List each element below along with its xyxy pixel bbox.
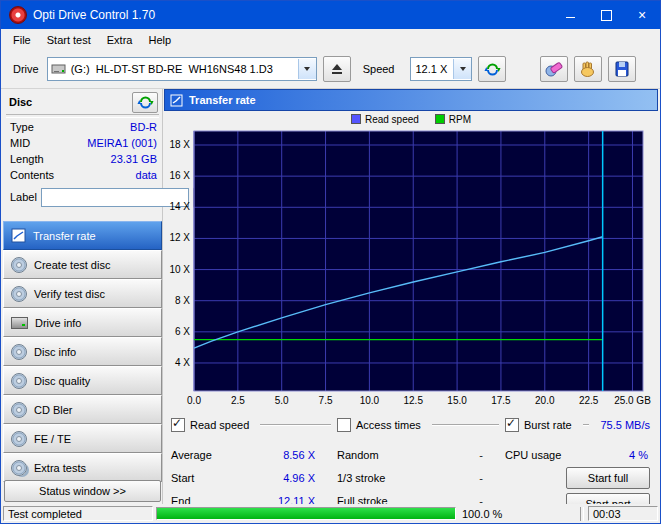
maximize-button[interactable] xyxy=(588,1,624,29)
sidebar-item-transfer-rate[interactable]: Transfer rate xyxy=(3,221,162,250)
result-controls: Read speed Access times Burst rate 75.5 … xyxy=(164,411,658,515)
drive-select[interactable]: (G:) HL-DT-ST BD-RE WH16NS48 1.D3 xyxy=(47,57,317,81)
field-value: BD-R xyxy=(130,121,157,133)
field-value: 23.31 GB xyxy=(111,153,157,165)
disc-quality-icon xyxy=(11,373,27,389)
svg-text:10.0: 10.0 xyxy=(360,395,380,406)
progress-percent: 100.0 % xyxy=(462,508,502,520)
disc-field-contents: Contents data xyxy=(3,167,162,183)
access-times-checkbox[interactable] xyxy=(337,418,351,432)
burst-rate-group: Burst rate 75.5 MB/s xyxy=(505,418,654,432)
disc-field-mid: MID MEIRA1 (001) xyxy=(3,135,162,151)
separator-line xyxy=(580,507,584,521)
drive-info-icon xyxy=(11,317,28,329)
speed-dropdown-button[interactable] xyxy=(453,59,471,79)
status-window-button[interactable]: Status window >> xyxy=(4,480,161,502)
disc-field-type: Type BD-R xyxy=(3,119,162,135)
sidebar-item-disc-quality[interactable]: Disc quality xyxy=(3,366,162,395)
menu-file[interactable]: File xyxy=(5,32,39,48)
elapsed-time-cell: 00:03 xyxy=(588,506,658,521)
disc-panel-header: Disc xyxy=(3,89,162,113)
svg-text:12 X: 12 X xyxy=(169,232,190,243)
refresh-speeds-button[interactable] xyxy=(478,56,506,82)
statusbar: Test completed 100.0 % 00:03 xyxy=(1,504,660,523)
checkbox-label: Read speed xyxy=(190,419,249,431)
status-window-label: Status window >> xyxy=(39,485,126,497)
status-message-cell: Test completed xyxy=(3,506,153,521)
svg-text:4 X: 4 X xyxy=(175,357,190,368)
stat-start: Start 4.96 X xyxy=(171,466,337,489)
svg-text:18 X: 18 X xyxy=(169,139,190,150)
menu-extra[interactable]: Extra xyxy=(99,32,141,48)
toolbar-icon-group xyxy=(534,56,636,82)
start-full-button[interactable]: Start full xyxy=(566,467,650,489)
disc-field-length: Length 23.31 GB xyxy=(3,151,162,167)
minimize-button[interactable] xyxy=(552,1,588,29)
maximize-icon xyxy=(601,10,612,21)
verify-test-disc-icon xyxy=(11,286,27,302)
stat-label: CPU usage xyxy=(505,449,629,461)
speed-value: 12.1 X xyxy=(411,63,451,75)
app-disc-icon xyxy=(9,6,27,24)
sidebar-item-fe-te[interactable]: FE / TE xyxy=(3,424,162,453)
separator-line xyxy=(6,114,159,118)
status-message: Test completed xyxy=(8,508,82,520)
chevron-down-icon xyxy=(460,67,466,71)
disc-info-icon xyxy=(11,344,27,360)
refresh-disc-button[interactable] xyxy=(132,92,158,113)
speed-select[interactable]: 12.1 X xyxy=(410,57,472,81)
menu-start-test[interactable]: Start test xyxy=(39,32,99,48)
titlebar: Opti Drive Control 1.70 × xyxy=(1,1,660,29)
extra-tests-icon xyxy=(11,460,27,476)
field-label: Label xyxy=(10,191,37,203)
fe-te-icon xyxy=(11,431,27,447)
sidebar-item-label: FE / TE xyxy=(34,433,71,445)
save-button[interactable] xyxy=(608,56,636,82)
field-label: MID xyxy=(10,137,87,149)
close-button[interactable]: × xyxy=(624,1,660,29)
drive-dropdown-button[interactable] xyxy=(298,59,316,79)
sidebar-item-create-test-disc[interactable]: Create test disc xyxy=(3,250,162,279)
left-panel: Disc Type BD-R MID MEIRA1 (001) Length 2… xyxy=(3,89,163,504)
eraser-icon xyxy=(545,61,563,77)
cd-bler-icon xyxy=(11,402,27,418)
legend-label: RPM xyxy=(449,114,471,125)
sidebar-item-cd-bler[interactable]: CD Bler xyxy=(3,395,162,424)
legend-rpm: RPM xyxy=(435,114,471,125)
disc-panel-title: Disc xyxy=(9,96,132,108)
stat-third-stroke: 1/3 stroke - xyxy=(337,466,505,489)
read-speed-checkbox[interactable] xyxy=(171,418,185,432)
sidebar-item-label: Verify test disc xyxy=(34,288,105,300)
svg-text:5.0: 5.0 xyxy=(275,395,289,406)
sidebar-item-disc-info[interactable]: Disc info xyxy=(3,337,162,366)
sidebar-item-verify-test-disc[interactable]: Verify test disc xyxy=(3,279,162,308)
checkbox-label: Burst rate xyxy=(524,419,572,431)
svg-text:15.0: 15.0 xyxy=(447,395,467,406)
menubar: File Start test Extra Help xyxy=(1,29,660,50)
svg-text:17.5: 17.5 xyxy=(491,395,511,406)
disc-field-label: Label xyxy=(3,185,162,209)
field-label: Type xyxy=(10,121,130,133)
menu-help[interactable]: Help xyxy=(140,32,179,48)
access-times-group: Access times xyxy=(337,418,505,432)
hand-icon xyxy=(579,61,597,77)
sidebar-item-extra-tests[interactable]: Extra tests xyxy=(3,453,162,482)
contents-link[interactable]: data xyxy=(136,169,157,181)
app-window: Opti Drive Control 1.70 × File Start tes… xyxy=(0,0,661,524)
stat-label: 1/3 stroke xyxy=(337,472,479,484)
eject-button[interactable] xyxy=(323,56,351,82)
burst-rate-checkbox[interactable] xyxy=(505,418,519,432)
grab-tool-button[interactable] xyxy=(574,56,602,82)
elapsed-time: 00:03 xyxy=(593,508,621,520)
sidebar-item-label: Drive info xyxy=(35,317,81,329)
svg-text:10 X: 10 X xyxy=(169,264,190,275)
stat-label: Average xyxy=(171,449,283,461)
svg-text:25.0 GB: 25.0 GB xyxy=(614,395,651,406)
field-label: Length xyxy=(10,153,111,165)
close-icon: × xyxy=(638,8,646,22)
erase-disc-button[interactable] xyxy=(540,56,568,82)
stat-label: Start xyxy=(171,472,283,484)
stat-random: Random - xyxy=(337,443,505,466)
rpm-swatch-icon xyxy=(435,114,445,124)
sidebar-item-drive-info[interactable]: Drive info xyxy=(3,308,162,337)
